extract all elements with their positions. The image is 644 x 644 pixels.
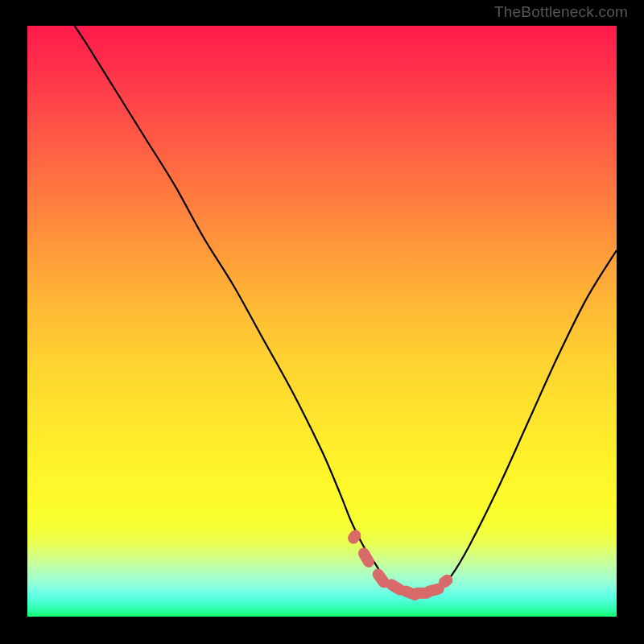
watermark-text: TheBottleneck.com: [494, 3, 628, 21]
curve-layer: [27, 26, 617, 617]
chart-frame: TheBottleneck.com: [0, 0, 644, 644]
sweet-spot-markers: [345, 528, 455, 602]
sweet-spot-marker: [356, 546, 376, 570]
bottleneck-curve: [75, 26, 617, 594]
plot-area: [27, 26, 617, 617]
sweet-spot-marker: [345, 528, 363, 547]
